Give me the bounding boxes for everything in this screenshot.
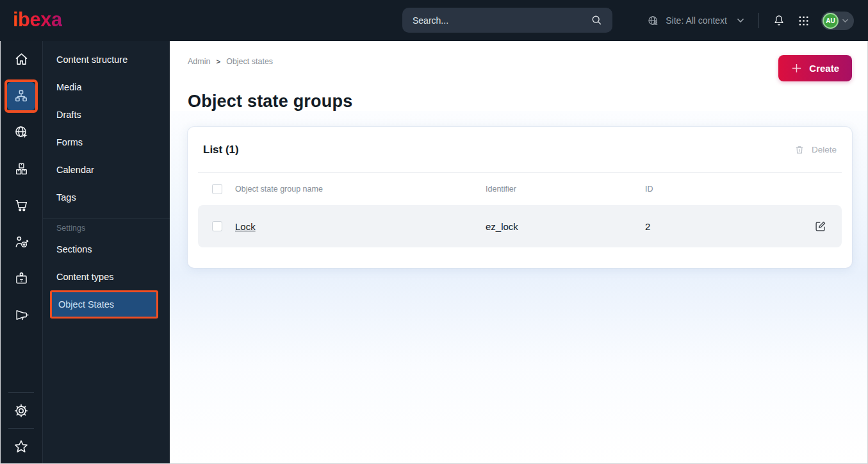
row-name-link[interactable]: Lock [235, 221, 256, 232]
create-button[interactable]: Create [778, 55, 852, 81]
table-header-row: Object state group name Identifier ID [198, 173, 842, 205]
sidebar-item-forms[interactable]: Forms [43, 128, 170, 156]
sidebar-item-label: Sections [56, 244, 92, 254]
sidebar-item-drafts[interactable]: Drafts [43, 101, 170, 128]
rail-item-commerce[interactable] [0, 187, 42, 224]
grid-menu-icon [797, 14, 810, 28]
sidebar-section-settings-label: Settings [43, 222, 170, 233]
rail-item-products[interactable] [0, 151, 42, 187]
id-badge-icon [13, 270, 29, 286]
sidebar-item-label: Object States [58, 299, 114, 310]
site-context-label: Site: All context [666, 15, 727, 26]
rail-item-content-structure-active[interactable] [0, 78, 42, 114]
megaphone-icon [13, 307, 29, 323]
object-state-groups-card: List (1) Delete Object state [188, 127, 852, 268]
delete-button-label: Delete [812, 145, 837, 154]
sidebar-item-label: Media [56, 82, 82, 92]
row-checkbox[interactable] [212, 221, 222, 231]
sidebar-item-label: Content structure [56, 54, 127, 65]
edit-icon [814, 219, 828, 233]
breadcrumb-current: Object states [226, 57, 273, 66]
home-icon [13, 51, 29, 67]
column-header-name: Object state group name [235, 185, 486, 194]
sidebar-item-calendar[interactable]: Calendar [43, 156, 170, 183]
globe-icon [646, 14, 660, 28]
breadcrumb: Admin > Object states [188, 55, 273, 66]
rail-item-bookmarks[interactable] [0, 429, 42, 464]
rail-spacer [0, 333, 42, 392]
sidebar-item-label: Tags [56, 192, 76, 203]
sidebar-item-label: Drafts [56, 110, 81, 120]
topbar-divider [758, 13, 758, 28]
rail-item-dashboard[interactable] [0, 41, 42, 78]
sidebar-item-content-types[interactable]: Content types [43, 263, 170, 290]
site-context-selector[interactable]: Site: All context [646, 14, 744, 28]
content-surface: List (1) Delete Object state [170, 111, 868, 464]
rail-item-site[interactable] [0, 114, 42, 151]
content-structure-icon [13, 88, 29, 104]
app-grid-button[interactable] [797, 14, 810, 28]
cart-icon [13, 197, 29, 213]
list-title: List (1) [203, 144, 239, 156]
page-title: Object state groups [188, 92, 852, 111]
sidebar-item-content-structure[interactable]: Content structure [43, 46, 170, 73]
secondary-sidebar: Content structure Media Drafts Forms Cal… [43, 41, 170, 464]
sidebar-item-sections[interactable]: Sections [43, 235, 170, 263]
search-input[interactable] [413, 15, 590, 26]
user-menu[interactable]: AU [821, 12, 854, 30]
rail-item-customers[interactable] [0, 224, 42, 260]
create-button-label: Create [809, 63, 839, 74]
sidebar-item-tags[interactable]: Tags [43, 183, 170, 211]
chevron-down-icon [842, 19, 849, 23]
bell-icon [772, 13, 786, 28]
sidebar-item-media[interactable]: Media [43, 73, 170, 101]
plus-icon [791, 63, 802, 74]
rail-item-marketing[interactable] [0, 297, 42, 333]
products-boxes-icon [13, 161, 29, 177]
sidebar-item-label: Calendar [56, 165, 94, 175]
chevron-down-icon [737, 18, 744, 23]
table-row: Lock ez_lock 2 [198, 205, 842, 247]
rail-item-subscriptions[interactable] [0, 260, 42, 297]
column-header-id: ID [645, 185, 802, 194]
top-bar: ibexa Site: All context [0, 0, 868, 41]
sidebar-item-label: Content types [56, 272, 113, 282]
object-state-groups-table: Object state group name Identifier ID Lo… [198, 173, 842, 247]
notifications-button[interactable] [772, 13, 786, 28]
rail-item-admin-settings[interactable] [0, 393, 42, 428]
main-icon-rail [0, 41, 43, 464]
avatar: AU [823, 13, 839, 29]
active-rail-background [7, 82, 35, 110]
sidebar-item-object-states-active[interactable]: Object States [50, 290, 158, 319]
global-search[interactable] [402, 8, 612, 33]
column-header-identifier: Identifier [486, 185, 645, 194]
page-header: Admin > Object states Create Object stat… [170, 41, 868, 111]
sidebar-item-label: Forms [56, 137, 83, 147]
ibexa-logo: ibexa [13, 10, 62, 32]
gear-icon [13, 402, 29, 419]
main-content: Admin > Object states Create Object stat… [170, 41, 868, 464]
row-id: 2 [645, 221, 802, 232]
delete-button[interactable]: Delete [794, 144, 837, 156]
annotation-highlight-box [4, 79, 38, 113]
star-icon [13, 438, 29, 455]
row-identifier: ez_lock [486, 221, 645, 232]
site-globe-cursor-icon [13, 124, 29, 140]
search-icon[interactable] [590, 13, 603, 27]
select-all-checkbox[interactable] [212, 184, 222, 194]
sidebar-divider [43, 219, 170, 219]
trash-icon [794, 144, 805, 156]
breadcrumb-admin[interactable]: Admin [188, 57, 210, 66]
customer-target-icon [13, 234, 29, 250]
breadcrumb-separator: > [216, 58, 220, 65]
row-edit-button[interactable] [814, 219, 828, 233]
